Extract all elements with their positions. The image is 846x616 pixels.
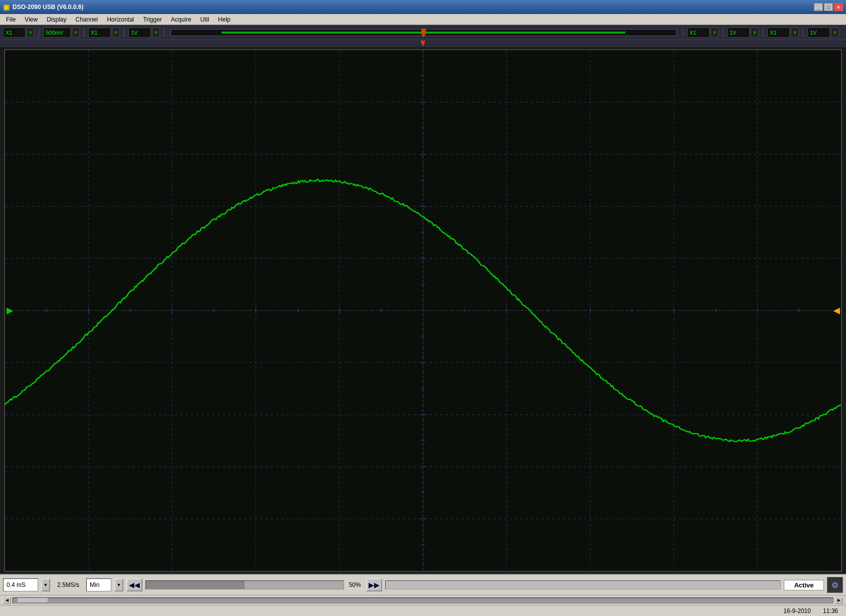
scope-wrapper: ▶ ◀ <box>0 47 846 574</box>
date-display: 16-9-2010 <box>783 607 811 614</box>
trigger-marker-shape <box>421 29 426 38</box>
menu-file[interactable]: File <box>2 15 20 24</box>
menu-util[interactable]: Util <box>197 15 213 24</box>
ch2-probe-value: X1 <box>767 28 790 38</box>
trigger-track[interactable] <box>171 29 676 36</box>
ch2-scale-value: 1V <box>727 28 750 38</box>
ch2-scale2-value: 1V <box>807 28 830 38</box>
trigger-x1-value: X1 <box>687 28 710 38</box>
ch1-coupling-group: X1 ▼ <box>88 28 124 38</box>
ch1-probe-dropdown[interactable]: ▼ <box>27 28 35 38</box>
position-slider-fill <box>146 581 245 589</box>
scroll-track[interactable] <box>13 597 833 603</box>
position-slider-track <box>145 580 344 589</box>
ch1-probe-value: X1 <box>3 28 26 38</box>
maximize-button[interactable]: □ <box>824 3 833 11</box>
close-button[interactable]: × <box>834 3 843 11</box>
sample-rate-label: 2.5MS/s <box>53 581 83 588</box>
ch1-scale-group: 1V ▼ <box>128 28 164 38</box>
trigger-x1-group: X1 ▼ <box>687 28 723 38</box>
ch1-voltage-value: 500mV <box>43 28 71 38</box>
timestamp-bar: 16-9-2010 11:36 <box>0 605 846 616</box>
menu-view[interactable]: View <box>21 15 42 24</box>
ch1-voltage-dropdown[interactable]: ▼ <box>72 28 80 38</box>
menu-channel[interactable]: Channel <box>72 15 102 24</box>
menu-horizontal[interactable]: Horizontal <box>103 15 138 24</box>
title-bar: ▣ DSO-2090 USB (V6.0.0.6) _ □ × <box>0 0 846 14</box>
scroll-thumb[interactable] <box>18 598 48 603</box>
memory-value: Min <box>86 578 111 591</box>
menu-acquire[interactable]: Acquire <box>167 15 196 24</box>
menu-bar: File View Display Channel Horizontal Tri… <box>0 14 846 25</box>
time-display: 11:36 <box>823 607 838 614</box>
ch2-scale-dropdown[interactable]: ▼ <box>751 28 759 38</box>
title-controls[interactable]: _ □ × <box>814 3 843 11</box>
ch2-right-indicator: ◀ <box>833 307 840 314</box>
ch2-scale2-dropdown[interactable]: ▼ <box>831 28 839 38</box>
ch1-coupling-dropdown[interactable]: ▼ <box>112 28 120 38</box>
active-status-badge: Active <box>784 580 824 590</box>
scope-settings-icon[interactable]: ⚙ <box>827 577 843 593</box>
time-div-dropdown[interactable]: ▼ <box>41 578 50 591</box>
trigger-position-marker[interactable] <box>421 29 426 38</box>
long-slider-track[interactable] <box>385 580 781 589</box>
window-title: DSO-2090 USB (V6.0.0.6) <box>13 4 83 11</box>
trigger-x1-dropdown[interactable]: ▼ <box>711 28 719 38</box>
nav-right-button[interactable]: ▶▶ <box>366 578 382 591</box>
time-div-value: 0.4 mS <box>3 578 38 591</box>
nav-left-button[interactable]: ◀◀ <box>126 578 142 591</box>
position-pct-label: 50% <box>347 581 363 588</box>
menu-trigger[interactable]: Trigger <box>139 15 166 24</box>
ch1-coupling-value: X1 <box>88 28 111 38</box>
ch2-probe-group: X1 ▼ <box>767 28 803 38</box>
app-icon: ▣ <box>3 3 10 11</box>
menu-display[interactable]: Display <box>43 15 70 24</box>
trigger-center-indicator <box>421 41 426 47</box>
ch1-probe-group: X1 ▼ <box>3 28 39 38</box>
scroll-area: ◀ ▶ <box>0 595 846 605</box>
ch2-scale2-group: 1V ▼ <box>807 28 843 38</box>
ch1-scale-value: 1V <box>128 28 151 38</box>
ch2-probe-dropdown[interactable]: ▼ <box>791 28 799 38</box>
trigger-track-group <box>168 29 683 36</box>
menu-help[interactable]: Help <box>214 15 235 24</box>
oscilloscope-display[interactable]: ▶ ◀ <box>4 49 842 572</box>
memory-dropdown[interactable]: ▼ <box>114 578 123 591</box>
scroll-left-btn[interactable]: ◀ <box>3 597 11 604</box>
scroll-right-btn[interactable]: ▶ <box>835 597 843 604</box>
ch1-voltage-group: 500mV ▼ <box>43 28 84 38</box>
main-area: X1 ▼ 500mV ▼ X1 ▼ 1V ▼ X1 <box>0 25 846 616</box>
minimize-button[interactable]: _ <box>814 3 823 11</box>
toolbar: X1 ▼ 500mV ▼ X1 ▼ 1V ▼ X1 <box>0 25 846 40</box>
bottom-bar: 0.4 mS ▼ 2.5MS/s Min ▼ ◀◀ 50% ▶▶ Active … <box>0 574 846 595</box>
ch1-scale-dropdown[interactable]: ▼ <box>152 28 160 38</box>
ch1-left-indicator: ▶ <box>6 307 13 314</box>
ch2-scale-group: 1V ▼ <box>727 28 763 38</box>
scope-svg <box>5 50 841 571</box>
